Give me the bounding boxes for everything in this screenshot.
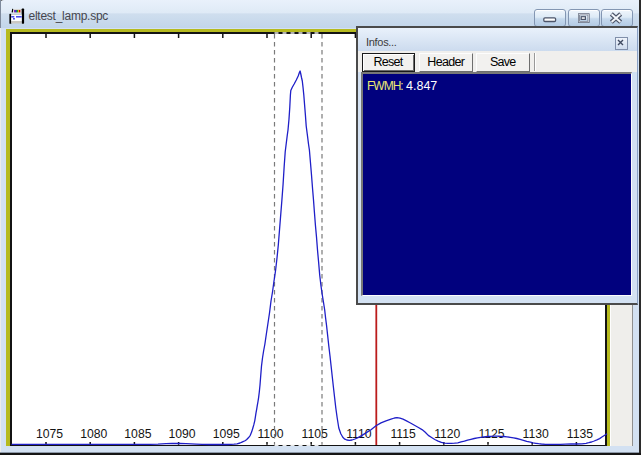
svg-text:1130: 1130 [523, 427, 549, 441]
svg-text:1105: 1105 [302, 427, 328, 441]
svg-text:1110: 1110 [346, 427, 372, 441]
svg-text:1075: 1075 [36, 427, 63, 441]
svg-text:1095: 1095 [213, 427, 240, 441]
svg-text:1090: 1090 [169, 427, 196, 441]
svg-text:1115: 1115 [390, 427, 416, 441]
svg-text:1120: 1120 [434, 427, 460, 441]
svg-text:1135: 1135 [567, 427, 593, 441]
svg-text:1085: 1085 [124, 427, 151, 441]
svg-text:1080: 1080 [80, 427, 107, 441]
svg-text:1100: 1100 [257, 427, 283, 441]
svg-text:1125: 1125 [478, 427, 504, 441]
